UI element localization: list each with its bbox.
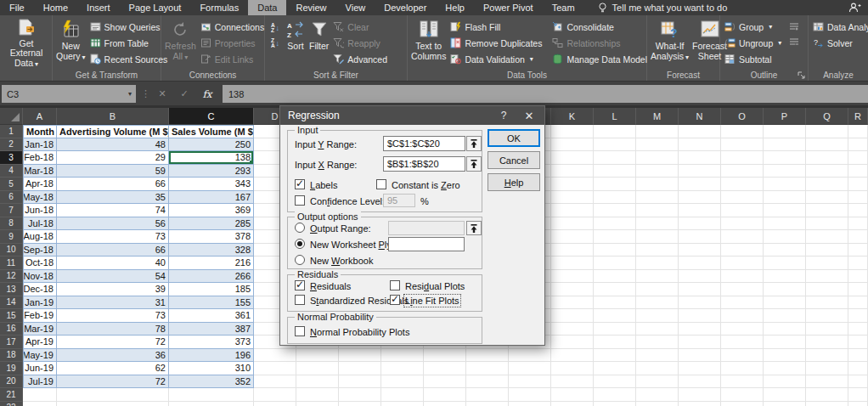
cell-F21[interactable] [339,388,381,402]
cell-P11[interactable] [764,257,806,270]
row-header-8[interactable]: 8 [0,217,23,231]
row-header-12[interactable]: 12 [0,270,23,284]
cell-R10[interactable] [848,244,868,257]
cell-I21[interactable] [466,388,509,402]
filter-button[interactable]: Filter [307,17,330,70]
cell-Q17[interactable] [806,336,848,349]
cell-C7[interactable]: 369 [169,204,254,217]
cell-C16[interactable]: 387 [169,323,254,336]
cell-Q15[interactable] [806,309,848,323]
cell-M16[interactable] [636,323,679,336]
standardized-residuals-checkbox[interactable] [295,295,305,305]
cell-B6[interactable]: 35 [57,191,169,205]
cell-Q8[interactable] [806,217,848,231]
what-if-analysis-button[interactable]: ? What-If Analysis▾ [649,17,690,70]
row-header-11[interactable]: 11 [0,257,23,270]
cell-N20[interactable] [679,375,721,389]
cell-A16[interactable]: Mar-19 [23,323,57,336]
cell-L19[interactable] [594,362,636,375]
solver-button[interactable]: ? Solver [810,35,868,51]
tab-view[interactable]: View [336,0,375,15]
column-header-B[interactable]: B [57,108,169,125]
cell-A21[interactable] [23,388,57,402]
manage-data-model-button[interactable]: Manage Data Model [550,51,650,67]
cell-P6[interactable] [764,191,806,205]
cell-L10[interactable] [594,244,636,257]
cell-C4[interactable]: 293 [169,165,254,178]
cell-R5[interactable] [848,178,868,191]
row-header-9[interactable]: 9 [0,230,23,244]
sort-descending-button[interactable]: ZA↓ [267,36,284,51]
cell-A3[interactable]: Feb-18 [23,151,57,165]
name-box[interactable]: C3 ▾ [2,85,136,103]
cell-A9[interactable]: Aug-18 [23,230,57,244]
row-header-16[interactable]: 16 [0,323,23,336]
cell-I19[interactable] [466,362,509,375]
cell-A2[interactable]: Jan-18 [23,138,57,152]
cell-A17[interactable]: Apr-19 [23,336,57,349]
new-worksheet-ply-radio[interactable] [295,239,305,249]
cell-L6[interactable] [594,191,636,205]
cell-Q18[interactable] [806,349,848,363]
cell-Q5[interactable] [806,178,848,191]
cell-N21[interactable] [679,388,721,402]
row-header-4[interactable]: 4 [0,165,23,178]
cell-K21[interactable] [551,388,594,402]
cell-K2[interactable] [551,138,594,152]
cell-B17[interactable]: 72 [57,336,169,349]
cell-D22[interactable] [254,402,296,406]
cell-G20[interactable] [381,375,424,389]
cell-R20[interactable] [848,375,868,389]
cell-L15[interactable] [594,309,636,323]
cell-N15[interactable] [679,309,721,323]
help-button[interactable]: Help [488,173,540,191]
cell-Q9[interactable] [806,230,848,244]
cell-M2[interactable] [636,138,679,152]
cell-R9[interactable] [848,230,868,244]
flash-fill-button[interactable]: Flash Fill [448,19,544,35]
cell-C10[interactable]: 328 [169,244,254,257]
new-worksheet-ply-field[interactable] [388,237,465,251]
cell-H21[interactable] [424,388,466,402]
cell-B5[interactable]: 66 [57,178,169,191]
row-header-5[interactable]: 5 [0,178,23,191]
cell-A1[interactable]: Month [23,125,57,138]
cell-A19[interactable]: Jun-19 [23,362,57,375]
output-range-picker-button[interactable] [466,221,482,235]
advanced-filter-button[interactable]: Advanced [330,51,390,67]
column-header-C[interactable]: C [169,108,254,125]
cell-L3[interactable] [594,151,636,165]
confidence-level-checkbox[interactable] [295,195,305,206]
cell-E20[interactable] [296,375,339,389]
cell-A22[interactable] [23,402,57,406]
tab-team[interactable]: Team [543,0,584,15]
cell-Q19[interactable] [806,362,848,375]
cell-B7[interactable]: 74 [57,204,169,217]
new-workbook-radio[interactable] [295,255,305,265]
cell-M14[interactable] [636,296,679,310]
cell-N12[interactable] [679,270,721,284]
cell-Q4[interactable] [806,165,848,178]
cell-N8[interactable] [679,217,721,231]
cell-C18[interactable]: 196 [169,349,254,363]
cell-M18[interactable] [636,349,679,363]
cell-N7[interactable] [679,204,721,217]
cell-M22[interactable] [636,402,679,406]
row-header-21[interactable]: 21 [0,388,23,402]
cell-F18[interactable] [339,349,381,363]
cell-F22[interactable] [339,402,381,406]
cell-Q16[interactable] [806,323,848,336]
hide-detail-button[interactable] [786,34,803,49]
cell-P16[interactable] [764,323,806,336]
cell-L21[interactable] [594,388,636,402]
row-header-6[interactable]: 6 [0,191,23,205]
cell-R14[interactable] [848,296,868,310]
cell-D21[interactable] [254,388,296,402]
cell-K7[interactable] [551,204,594,217]
cell-Q3[interactable] [806,151,848,165]
cell-M21[interactable] [636,388,679,402]
input-x-range-field[interactable]: $B$1:$B$20 [383,156,465,172]
cell-C1[interactable]: Sales Volume (M $) [169,125,254,138]
cell-B10[interactable]: 66 [57,244,169,257]
cell-M4[interactable] [636,165,679,178]
